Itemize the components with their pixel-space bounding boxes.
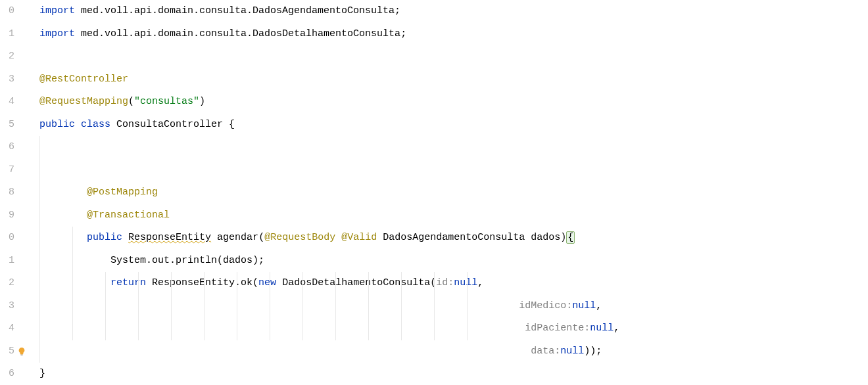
line-number: 1 (0, 23, 14, 46)
line-number: 1 (0, 250, 14, 273)
line-number: 3 (0, 68, 14, 91)
line-number: 2 (0, 272, 14, 295)
line-number: 0 (0, 227, 14, 250)
code-line[interactable]: public class ConsultaController { (39, 114, 868, 137)
line-number: 5 (0, 114, 14, 137)
code-line[interactable]: idPaciente:null, (39, 295, 868, 318)
line-number: 4 (0, 91, 14, 114)
code-line[interactable]: public ResponseEntity agendar(@RequestBo… (39, 204, 868, 227)
line-number: 6 (0, 136, 14, 159)
code-line[interactable]: @RequestMapping("consultas") (39, 91, 868, 114)
code-line[interactable]: return ResponseEntity.ok(new DadosDetalh… (39, 250, 868, 273)
line-number: 2 (0, 45, 14, 68)
line-number-gutter: 0 1 2 3 4 5 6 7 8 9 0 1 2 3 4 5 6 (0, 0, 26, 385)
code-line[interactable] (39, 45, 868, 68)
line-number: 7 (0, 159, 14, 182)
code-editor[interactable]: import med.voll.api.domain.consulta.Dado… (26, 0, 868, 385)
line-number: 6 (0, 363, 14, 385)
code-line[interactable]: @Transactional (39, 181, 868, 204)
lightbulb-icon[interactable] (17, 347, 26, 356)
svg-rect-0 (20, 355, 23, 355)
code-line[interactable]: System.out.println(dados); (39, 227, 868, 250)
code-line[interactable]: @RestController (39, 68, 868, 91)
code-line[interactable]: } (39, 340, 868, 363)
line-number: 9 (0, 204, 14, 227)
code-line[interactable]: } (39, 363, 868, 385)
code-line[interactable]: data:null)); (39, 317, 868, 340)
code-line[interactable]: import med.voll.api.domain.consulta.Dado… (39, 0, 868, 23)
line-number: 8 (0, 181, 14, 204)
code-line[interactable]: import med.voll.api.domain.consulta.Dado… (39, 23, 868, 46)
line-number: 0 (0, 0, 14, 23)
code-line[interactable]: idMedico:null, (39, 272, 868, 295)
line-number: 4 (0, 317, 14, 340)
code-line[interactable]: @PostMapping (39, 159, 868, 182)
line-number: 3 (0, 295, 14, 318)
code-line[interactable] (39, 136, 868, 159)
line-number: 5 (0, 340, 14, 363)
